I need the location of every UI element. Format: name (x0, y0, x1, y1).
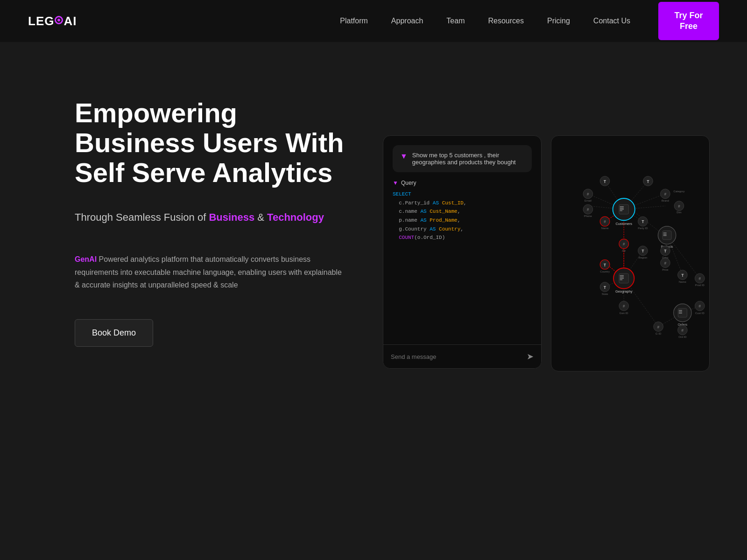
sql-select: SELECT (393, 191, 411, 197)
svg-rect-46 (679, 310, 682, 310)
svg-text:Prod ID: Prod ID (695, 284, 705, 287)
svg-text:T: T (641, 220, 644, 224)
subtitle-business: Business (209, 211, 254, 223)
svg-rect-33 (620, 275, 624, 276)
svg-text:#: # (699, 304, 701, 308)
svg-rect-41 (663, 234, 666, 234)
svg-rect-47 (679, 311, 682, 312)
svg-text:Customers: Customers (615, 222, 632, 226)
svg-text:#: # (678, 204, 680, 209)
nav-team[interactable]: Team (446, 17, 465, 25)
svg-text:State: State (602, 293, 609, 295)
try-free-button[interactable]: Try ForFree (658, 2, 719, 41)
nav-contact[interactable]: Contact Us (593, 17, 630, 25)
svg-text:T: T (681, 273, 684, 278)
svg-text:Geography: Geography (615, 289, 633, 294)
nav-platform[interactable]: Platform (340, 17, 368, 25)
svg-rect-36 (620, 280, 622, 280)
svg-text:Ord ID: Ord ID (678, 336, 686, 338)
genai-label: GenAI (75, 255, 97, 263)
hero-right: ▼ Show me top 5 customers , their geogra… (383, 135, 710, 371)
svg-text:#: # (623, 242, 625, 246)
subtitle-technology: Technology (267, 211, 324, 223)
svg-text:T: T (647, 180, 649, 184)
nav-links: Platform Approach Team Resources Pricing… (340, 17, 630, 25)
nav-pricing[interactable]: Pricing (547, 17, 570, 25)
svg-text:Dim: Dim (677, 211, 682, 214)
svg-rect-26 (620, 206, 624, 207)
query-label-arrow-icon: ▼ (393, 180, 398, 186)
hero-desc-text: Powered analytics platform that automati… (75, 255, 342, 288)
svg-text:Name: Name (601, 227, 609, 230)
svg-rect-39 (662, 231, 671, 239)
svg-text:#: # (664, 261, 667, 266)
svg-text:T: T (641, 249, 644, 253)
logo-o-icon (55, 16, 63, 24)
logo-text: LEGAI (28, 14, 77, 28)
chat-input[interactable] (391, 353, 522, 360)
svg-text:T: T (604, 286, 606, 290)
chat-query-text: Show me top 5 customers , their geograph… (412, 152, 524, 166)
svg-text:Cust ID: Cust ID (695, 312, 705, 315)
svg-text:#: # (623, 304, 625, 308)
svg-text:T: T (604, 263, 606, 267)
subtitle-prefix: Through Seamless Fusion of (75, 211, 209, 223)
chat-query-bubble: ▼ Show me top 5 customers , their geogra… (393, 145, 532, 172)
svg-text:Price: Price (662, 268, 669, 271)
navbar: LEGAI Platform Approach Team Resources P… (0, 0, 747, 42)
chat-arrow-icon: ▼ (400, 152, 408, 161)
svg-text:Party ID: Party ID (638, 227, 648, 230)
chat-body: ▼ Show me top 5 customers , their geogra… (383, 136, 541, 344)
svg-text:#: # (699, 277, 701, 281)
send-icon[interactable]: ➤ (527, 351, 534, 362)
svg-text:#: # (587, 192, 589, 196)
svg-text:Email: Email (585, 199, 592, 202)
svg-rect-27 (620, 208, 624, 208)
svg-text:T: T (664, 249, 666, 253)
query-section: ▼ Query SELECT c.Party_id AS Cust_ID, c.… (393, 180, 532, 242)
graph-svg: Customers Geography Products (551, 136, 710, 369)
subtitle-and: & (254, 211, 267, 223)
graph-card: Customers Geography Products (551, 135, 710, 371)
svg-text:T: T (604, 180, 606, 184)
svg-rect-40 (663, 232, 666, 233)
svg-text:Brand: Brand (662, 199, 669, 202)
svg-text:#: # (682, 329, 684, 333)
svg-text:#: # (664, 192, 667, 196)
chat-card: ▼ Show me top 5 customers , their geogra… (383, 135, 542, 369)
svg-text:Category: Category (673, 190, 684, 193)
svg-text:#: # (587, 208, 589, 212)
query-label: ▼ Query (393, 180, 532, 186)
book-demo-button[interactable]: Book Demo (75, 319, 153, 347)
svg-rect-35 (620, 278, 624, 279)
svg-text:Zip: Zip (622, 249, 626, 252)
hero-left: Empowering Business Users With Self Serv… (75, 98, 345, 347)
sql-code-block: SELECT c.Party_id AS Cust_ID, c.name AS … (393, 190, 532, 242)
svg-rect-29 (620, 210, 622, 211)
svg-text:#: # (604, 220, 606, 224)
svg-rect-34 (620, 277, 624, 277)
hero-title: Empowering Business Users With Self Serv… (75, 98, 345, 187)
chat-input-row: ➤ (383, 344, 541, 368)
svg-text:Phone: Phone (584, 215, 592, 217)
hero-description: GenAI Powered analytics platform that au… (75, 253, 345, 291)
svg-text:#: # (657, 325, 660, 329)
svg-rect-48 (679, 313, 682, 313)
query-label-text: Query (401, 180, 416, 186)
svg-rect-42 (663, 235, 666, 236)
nav-approach[interactable]: Approach (391, 17, 423, 25)
hero-section: Empowering Business Users With Self Serv… (0, 42, 747, 509)
svg-text:Country: Country (600, 270, 610, 273)
nav-resources[interactable]: Resources (488, 17, 523, 25)
logo[interactable]: LEGAI (28, 14, 77, 28)
svg-text:G ID: G ID (655, 332, 661, 335)
svg-rect-28 (620, 209, 624, 210)
svg-text:Gen ID: Gen ID (620, 312, 628, 315)
svg-text:Name: Name (679, 280, 686, 283)
svg-text:Region: Region (639, 256, 648, 259)
hero-subtitle: Through Seamless Fusion of Business & Te… (75, 210, 345, 225)
